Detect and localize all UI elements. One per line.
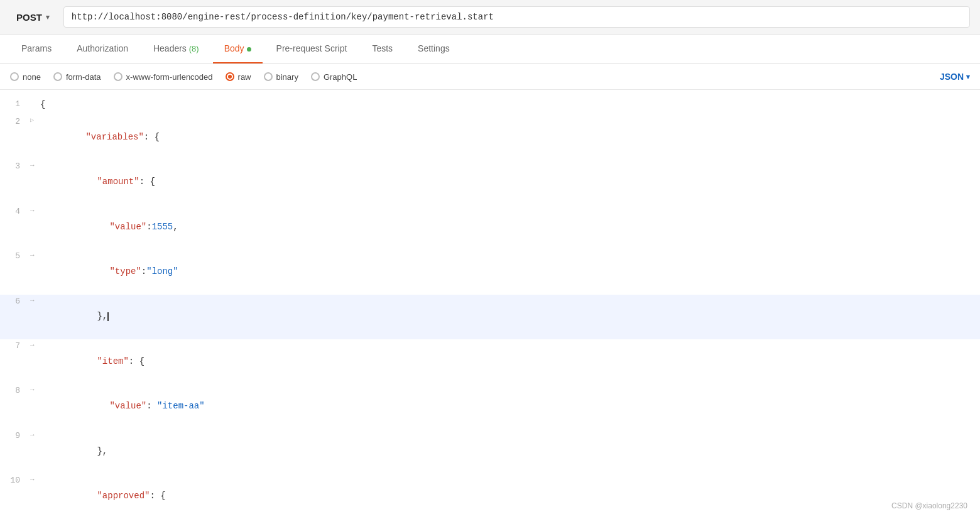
tab-body[interactable]: Body [213, 35, 263, 63]
body-active-dot [247, 47, 251, 52]
radio-binary [264, 72, 273, 81]
watermark: CSDN @xiaolong2230 [891, 501, 967, 510]
code-editor[interactable]: 1 { 2 ▷ "variables": { 3 → "amount": { 4… [0, 90, 980, 519]
method-label: POST [16, 12, 42, 23]
body-type-form-data[interactable]: form-data [53, 72, 101, 82]
body-type-urlencoded-label: x-www-form-urlencoded [126, 72, 213, 82]
code-line-2: 2 ▷ "variables": { [0, 115, 980, 160]
radio-raw [226, 72, 234, 81]
radio-graphql [311, 72, 320, 81]
method-selector[interactable]: POST ▾ [10, 8, 56, 26]
body-type-raw-label: raw [238, 72, 251, 82]
code-line-6: 6 → }, [0, 295, 980, 339]
tab-authorization[interactable]: Authorization [65, 35, 139, 63]
body-type-graphql-label: GraphQL [324, 72, 357, 82]
tab-headers[interactable]: Headers (8) [142, 35, 210, 63]
tab-settings[interactable]: Settings [406, 35, 461, 63]
method-chevron-icon: ▾ [46, 13, 50, 21]
body-type-binary-label: binary [276, 72, 298, 82]
code-line-7: 7 → "item": { [0, 339, 980, 384]
code-line-10: 10 → "approved": { [0, 474, 980, 518]
body-type-urlencoded[interactable]: x-www-form-urlencoded [114, 72, 213, 82]
code-line-4: 4 → "value":1555, [0, 205, 980, 249]
json-type-selector[interactable]: JSON ▾ [940, 72, 970, 82]
code-line-5: 5 → "type":"long" [0, 249, 980, 294]
url-input[interactable] [63, 6, 970, 28]
body-type-raw[interactable]: raw [226, 72, 251, 82]
body-type-none-label: none [23, 72, 41, 82]
code-line-8: 8 → "value": "item-aa" [0, 384, 980, 429]
code-line-1: 1 { [0, 97, 980, 115]
code-line-3: 3 → "amount": { [0, 160, 980, 204]
radio-none [10, 72, 19, 81]
json-type-label: JSON [940, 72, 964, 82]
tab-prerequest[interactable]: Pre-request Script [265, 35, 359, 63]
body-type-binary[interactable]: binary [264, 72, 298, 82]
fold-icon-2[interactable]: ▷ [30, 115, 40, 126]
tabs-bar: Params Authorization Headers (8) Body Pr… [0, 35, 980, 64]
radio-form-data [53, 72, 62, 81]
tab-params[interactable]: Params [10, 35, 63, 63]
url-bar: POST ▾ [0, 0, 980, 35]
radio-urlencoded [114, 72, 122, 81]
body-type-none[interactable]: none [10, 72, 41, 82]
json-type-chevron-icon: ▾ [966, 73, 970, 81]
tab-tests[interactable]: Tests [361, 35, 404, 63]
body-type-graphql[interactable]: GraphQL [311, 72, 357, 82]
code-line-9: 9 → }, [0, 429, 980, 474]
body-type-bar: none form-data x-www-form-urlencoded raw… [0, 64, 980, 90]
body-type-form-data-label: form-data [66, 72, 101, 82]
